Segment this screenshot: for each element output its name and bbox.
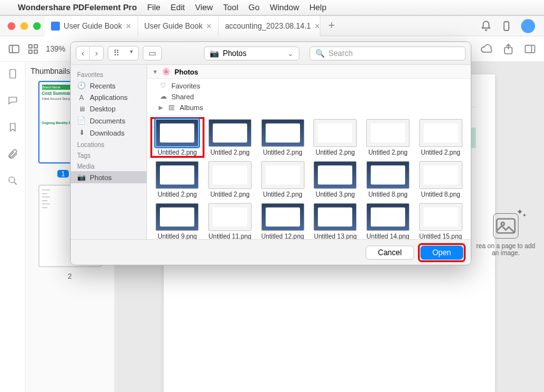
file-item[interactable]: Untitled 12.png (257, 203, 308, 239)
file-item[interactable]: Untitled 9.png (152, 203, 203, 239)
search-input[interactable]: 🔍 Search (310, 46, 466, 60)
file-thumbnail (208, 119, 252, 147)
cloud-icon[interactable] (480, 43, 493, 55)
file-item[interactable]: Untitled 8.png (363, 161, 413, 198)
menu-window[interactable]: Window (269, 3, 299, 12)
file-item[interactable]: Untitled 2.png (363, 119, 413, 156)
window-minimize[interactable] (20, 22, 28, 30)
chevron-updown-icon: ⌄ (287, 49, 294, 58)
group-button[interactable]: ▭ (143, 46, 162, 60)
file-item[interactable]: Untitled 2.png (152, 119, 203, 156)
search-icon[interactable] (7, 175, 18, 186)
cancel-button[interactable]: Cancel (366, 246, 413, 260)
sidebar-item-applications[interactable]: AApplications (71, 92, 147, 103)
file-name: Untitled 14.png (363, 233, 413, 239)
file-name: Untitled 2.png (363, 149, 413, 156)
sidebar-item-photos[interactable]: 📷Photos (71, 171, 147, 183)
open-button[interactable]: Open (420, 246, 463, 260)
file-item[interactable]: Untitled 2.png (257, 161, 308, 198)
comment-icon[interactable] (7, 95, 18, 106)
file-item[interactable]: Untitled 14.png (363, 203, 413, 239)
file-name: Untitled 2.png (205, 191, 255, 198)
doc-icon (51, 22, 60, 31)
sub-shared[interactable]: ☁Shared (159, 91, 459, 102)
tab[interactable]: accounting_2023.08.14.1× (218, 16, 320, 36)
file-thumbnail (155, 161, 199, 189)
forward-button[interactable]: › (90, 46, 103, 60)
location-select[interactable]: 📷 Photos ⌄ (204, 46, 299, 60)
menu-view[interactable]: View (195, 3, 213, 12)
file-item[interactable]: Untitled 2.png (205, 119, 255, 156)
menu-help[interactable]: Help (310, 3, 327, 12)
chevron-right-icon: ▶ (159, 104, 163, 111)
file-name: Untitled 2.png (257, 149, 308, 156)
tab[interactable]: User Guide Book× (45, 16, 138, 36)
heart-icon: ♡ (159, 81, 168, 90)
file-name: Untitled 11.png (205, 233, 255, 239)
sidebar-item-downloads[interactable]: ⬇Downloads (71, 127, 147, 139)
avatar[interactable] (521, 19, 535, 33)
sidebar-item-documents[interactable]: 📄Documents (71, 115, 147, 127)
file-item[interactable]: Untitled 11.png (205, 203, 255, 239)
add-tab-button[interactable]: + (320, 19, 343, 32)
panel-icon[interactable] (524, 43, 536, 55)
zoom-value[interactable]: 139% (46, 45, 66, 53)
downloads-icon: ⬇ (77, 129, 86, 137)
close-icon[interactable]: × (315, 21, 320, 31)
sidebar-toggle-icon[interactable] (8, 43, 20, 55)
tab[interactable]: User Guide Book× (138, 16, 219, 36)
page-icon[interactable] (7, 68, 18, 80)
file-thumbnail (261, 161, 304, 189)
icon-view-icon[interactable]: ⠿ (108, 46, 125, 60)
file-item[interactable]: Untitled 3.png (310, 161, 361, 198)
share-icon[interactable] (502, 43, 515, 55)
image-drop-hint: ✦ ✦ rea on a page to add an image. (474, 213, 538, 256)
bell-icon[interactable] (480, 20, 492, 32)
bookmark-icon[interactable] (7, 122, 18, 133)
chevron-down-icon[interactable]: ▾ (125, 46, 138, 60)
file-name: Untitled 2.png (152, 149, 203, 156)
grid-icon[interactable] (27, 43, 39, 55)
sidebar-item-recents[interactable]: 🕘Recents (71, 80, 147, 92)
file-name: Untitled 12.png (257, 233, 308, 239)
svg-line-12 (14, 182, 17, 185)
svg-rect-3 (29, 45, 32, 48)
file-item[interactable]: Untitled 2.png (257, 119, 308, 156)
sub-favorites[interactable]: ♡Favorites (159, 80, 459, 91)
file-name: Untitled 8.png (363, 191, 413, 198)
left-rail (0, 62, 25, 392)
section-locations: Locations (71, 139, 147, 150)
file-item[interactable]: Untitled 13.png (310, 203, 361, 239)
close-icon[interactable]: × (206, 21, 211, 31)
file-item[interactable]: Untitled 2.png (205, 161, 255, 198)
traffic-lights (8, 22, 41, 30)
window-maximize[interactable] (33, 22, 41, 30)
file-item[interactable]: Untitled 15.png (415, 203, 466, 239)
back-button[interactable]: ‹ (76, 46, 90, 60)
hint-text: rea on a page to add an image. (476, 242, 535, 256)
view-mode[interactable]: ⠿ ▾ (108, 46, 139, 60)
file-thumbnail (155, 203, 199, 231)
disclosure-icon[interactable]: ▼ (152, 69, 158, 75)
cloud-icon: ☁ (159, 92, 168, 101)
svg-rect-6 (34, 50, 38, 53)
window-close[interactable] (8, 22, 15, 30)
menu-file[interactable]: File (147, 3, 161, 12)
file-item[interactable]: Untitled 2.png (310, 119, 361, 156)
file-item[interactable]: Untitled 8.png (415, 161, 466, 198)
menu-edit[interactable]: Edit (171, 3, 185, 12)
open-button-highlight: Open (420, 246, 463, 260)
menu-go[interactable]: Go (248, 3, 259, 12)
sidebar-item-desktop[interactable]: 🖥Desktop (71, 103, 147, 115)
file-thumbnail (261, 203, 304, 231)
close-icon[interactable]: × (125, 21, 131, 31)
attachment-icon[interactable] (7, 148, 18, 160)
file-item[interactable]: Untitled 2.png (152, 161, 203, 198)
svg-rect-0 (504, 22, 509, 31)
app-name[interactable]: Wondershare PDFelement Pro (18, 3, 137, 12)
file-item[interactable]: Untitled 2.png (415, 119, 466, 156)
menu-tool[interactable]: Tool (223, 3, 238, 12)
sub-albums[interactable]: ▶▥Albums (159, 102, 459, 113)
file-name: Untitled 2.png (257, 191, 308, 198)
device-icon[interactable] (501, 20, 512, 32)
